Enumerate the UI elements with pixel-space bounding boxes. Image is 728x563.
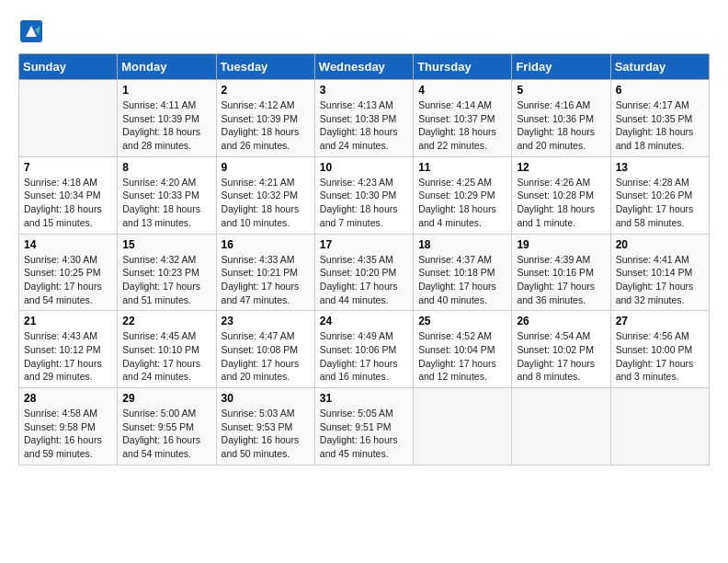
logo: [18, 18, 48, 44]
day-number: 24: [320, 315, 408, 327]
calendar-cell: 2Sunrise: 4:12 AMSunset: 10:39 PMDayligh…: [216, 80, 314, 157]
day-info: Sunrise: 4:39 AMSunset: 10:16 PMDaylight…: [517, 253, 605, 307]
day-info: Sunrise: 4:16 AMSunset: 10:36 PMDaylight…: [517, 98, 605, 153]
calendar-header: SundayMondayTuesdayWednesdayThursdayFrid…: [19, 54, 710, 80]
day-header-friday: Friday: [512, 54, 610, 80]
day-number: 4: [418, 84, 506, 97]
calendar-cell: 4Sunrise: 4:14 AMSunset: 10:37 PMDayligh…: [414, 80, 512, 157]
calendar-cell: 10Sunrise: 4:23 AMSunset: 10:30 PMDaylig…: [314, 156, 413, 234]
day-number: 19: [517, 238, 605, 251]
day-info: Sunrise: 4:52 AMSunset: 10:04 PMDaylight…: [418, 329, 506, 384]
day-number: 15: [122, 238, 210, 251]
day-header-sunday: Sunday: [19, 54, 118, 80]
calendar-cell: 8Sunrise: 4:20 AMSunset: 10:33 PMDayligh…: [118, 156, 216, 234]
day-number: 20: [616, 238, 704, 251]
day-number: 17: [320, 238, 408, 251]
day-info: Sunrise: 4:23 AMSunset: 10:30 PMDaylight…: [320, 176, 408, 230]
day-number: 27: [616, 315, 704, 327]
day-number: 30: [222, 392, 310, 405]
day-info: Sunrise: 5:00 AMSunset: 9:55 PMDaylight:…: [122, 407, 210, 461]
day-number: 31: [320, 392, 408, 405]
day-info: Sunrise: 4:11 AMSunset: 10:39 PMDaylight…: [122, 98, 210, 153]
day-info: Sunrise: 4:54 AMSunset: 10:02 PMDaylight…: [517, 329, 605, 384]
calendar-cell: 1Sunrise: 4:11 AMSunset: 10:39 PMDayligh…: [118, 80, 216, 157]
day-number: 7: [24, 161, 112, 174]
day-number: 5: [517, 84, 605, 97]
day-number: 16: [222, 238, 310, 251]
calendar-cell: 22Sunrise: 4:45 AMSunset: 10:10 PMDaylig…: [118, 311, 216, 388]
day-info: Sunrise: 5:05 AMSunset: 9:51 PMDaylight:…: [320, 407, 408, 461]
day-number: 10: [320, 161, 408, 174]
calendar-cell: 11Sunrise: 4:25 AMSunset: 10:29 PMDaylig…: [414, 156, 512, 234]
calendar-cell: [19, 80, 118, 157]
day-number: 25: [418, 315, 506, 327]
calendar-cell: 29Sunrise: 5:00 AMSunset: 9:55 PMDayligh…: [118, 388, 216, 465]
calendar-cell: 9Sunrise: 4:21 AMSunset: 10:32 PMDayligh…: [216, 156, 314, 234]
day-info: Sunrise: 4:35 AMSunset: 10:20 PMDaylight…: [320, 253, 408, 307]
day-info: Sunrise: 4:14 AMSunset: 10:37 PMDaylight…: [418, 98, 506, 153]
day-info: Sunrise: 5:03 AMSunset: 9:53 PMDaylight:…: [222, 407, 310, 461]
day-number: 9: [222, 161, 310, 174]
day-number: 3: [320, 84, 408, 97]
calendar-cell: 23Sunrise: 4:47 AMSunset: 10:08 PMDaylig…: [216, 311, 314, 388]
logo-icon: [18, 18, 44, 44]
calendar-cell: 25Sunrise: 4:52 AMSunset: 10:04 PMDaylig…: [414, 311, 512, 388]
day-number: 14: [24, 238, 112, 251]
calendar-week-3: 21Sunrise: 4:43 AMSunset: 10:12 PMDaylig…: [19, 311, 710, 388]
day-header-monday: Monday: [118, 54, 216, 80]
calendar-cell: 30Sunrise: 5:03 AMSunset: 9:53 PMDayligh…: [216, 388, 314, 465]
day-info: Sunrise: 4:17 AMSunset: 10:35 PMDaylight…: [616, 98, 704, 153]
day-header-wednesday: Wednesday: [314, 54, 413, 80]
day-info: Sunrise: 4:56 AMSunset: 10:00 PMDaylight…: [616, 329, 704, 384]
day-info: Sunrise: 4:26 AMSunset: 10:28 PMDaylight…: [517, 176, 605, 230]
calendar-week-2: 14Sunrise: 4:30 AMSunset: 10:25 PMDaylig…: [19, 234, 710, 311]
calendar-cell: [512, 388, 610, 465]
day-number: 22: [122, 315, 210, 327]
calendar-week-4: 28Sunrise: 4:58 AMSunset: 9:58 PMDayligh…: [19, 388, 710, 465]
day-info: Sunrise: 4:45 AMSunset: 10:10 PMDaylight…: [122, 329, 210, 384]
day-number: 21: [24, 315, 112, 327]
day-info: Sunrise: 4:28 AMSunset: 10:26 PMDaylight…: [616, 176, 704, 230]
calendar-cell: 13Sunrise: 4:28 AMSunset: 10:26 PMDaylig…: [610, 156, 709, 234]
day-header-saturday: Saturday: [610, 54, 709, 80]
day-number: 28: [24, 392, 112, 405]
day-info: Sunrise: 4:21 AMSunset: 10:32 PMDaylight…: [222, 176, 310, 230]
calendar-cell: [414, 388, 512, 465]
day-number: 12: [517, 161, 605, 174]
calendar-cell: 5Sunrise: 4:16 AMSunset: 10:36 PMDayligh…: [512, 80, 610, 157]
day-info: Sunrise: 4:37 AMSunset: 10:18 PMDaylight…: [418, 253, 506, 307]
calendar-cell: 24Sunrise: 4:49 AMSunset: 10:06 PMDaylig…: [314, 311, 413, 388]
day-number: 2: [222, 84, 310, 97]
calendar-cell: 20Sunrise: 4:41 AMSunset: 10:14 PMDaylig…: [610, 234, 709, 311]
day-info: Sunrise: 4:30 AMSunset: 10:25 PMDaylight…: [24, 253, 112, 307]
day-header-tuesday: Tuesday: [216, 54, 314, 80]
calendar-cell: 14Sunrise: 4:30 AMSunset: 10:25 PMDaylig…: [19, 234, 118, 311]
day-header-thursday: Thursday: [414, 54, 512, 80]
calendar-cell: [610, 388, 709, 465]
calendar-week-0: 1Sunrise: 4:11 AMSunset: 10:39 PMDayligh…: [19, 80, 710, 157]
day-info: Sunrise: 4:13 AMSunset: 10:38 PMDaylight…: [320, 98, 408, 153]
calendar-cell: 12Sunrise: 4:26 AMSunset: 10:28 PMDaylig…: [512, 156, 610, 234]
day-info: Sunrise: 4:33 AMSunset: 10:21 PMDaylight…: [222, 253, 310, 307]
calendar-week-1: 7Sunrise: 4:18 AMSunset: 10:34 PMDayligh…: [19, 156, 710, 234]
day-info: Sunrise: 4:47 AMSunset: 10:08 PMDaylight…: [222, 329, 310, 384]
day-number: 29: [122, 392, 210, 405]
day-number: 23: [222, 315, 310, 327]
calendar-cell: 7Sunrise: 4:18 AMSunset: 10:34 PMDayligh…: [19, 156, 118, 234]
calendar-cell: 17Sunrise: 4:35 AMSunset: 10:20 PMDaylig…: [314, 234, 413, 311]
day-info: Sunrise: 4:25 AMSunset: 10:29 PMDaylight…: [418, 176, 506, 230]
day-info: Sunrise: 4:12 AMSunset: 10:39 PMDaylight…: [222, 98, 310, 153]
calendar-cell: 26Sunrise: 4:54 AMSunset: 10:02 PMDaylig…: [512, 311, 610, 388]
calendar-cell: 15Sunrise: 4:32 AMSunset: 10:23 PMDaylig…: [118, 234, 216, 311]
day-info: Sunrise: 4:18 AMSunset: 10:34 PMDaylight…: [24, 176, 112, 230]
day-number: 13: [616, 161, 704, 174]
calendar-cell: 27Sunrise: 4:56 AMSunset: 10:00 PMDaylig…: [610, 311, 709, 388]
day-info: Sunrise: 4:32 AMSunset: 10:23 PMDaylight…: [122, 253, 210, 307]
calendar-cell: 3Sunrise: 4:13 AMSunset: 10:38 PMDayligh…: [314, 80, 413, 157]
day-info: Sunrise: 4:43 AMSunset: 10:12 PMDaylight…: [24, 329, 112, 384]
calendar-cell: 19Sunrise: 4:39 AMSunset: 10:16 PMDaylig…: [512, 234, 610, 311]
calendar-cell: 18Sunrise: 4:37 AMSunset: 10:18 PMDaylig…: [414, 234, 512, 311]
day-number: 6: [616, 84, 704, 97]
day-info: Sunrise: 4:58 AMSunset: 9:58 PMDaylight:…: [24, 407, 112, 461]
day-number: 1: [122, 84, 210, 97]
